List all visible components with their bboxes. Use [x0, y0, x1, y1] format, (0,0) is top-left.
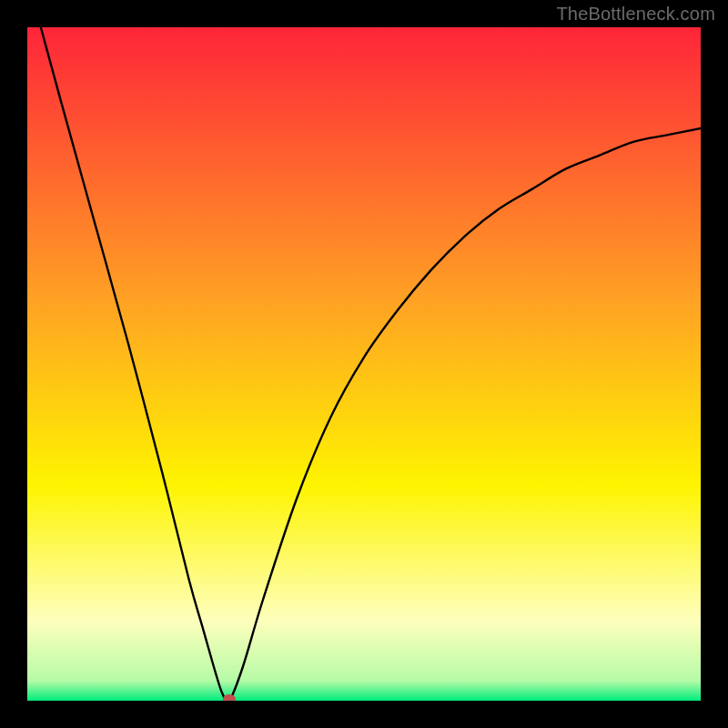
plot-area [27, 27, 701, 701]
chart-container: TheBottleneck.com [0, 0, 728, 728]
watermark-text: TheBottleneck.com [556, 4, 715, 25]
chart-svg [27, 27, 701, 701]
gradient-background [27, 27, 701, 701]
